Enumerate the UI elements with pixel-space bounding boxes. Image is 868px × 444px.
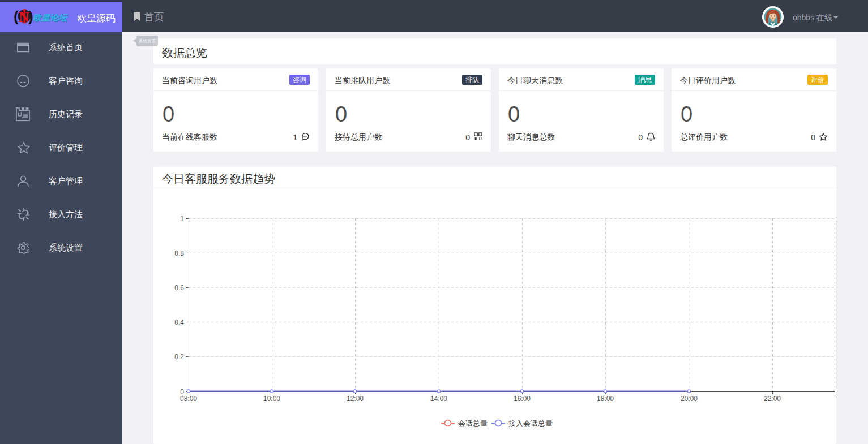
svg-text:0.6: 0.6 bbox=[174, 284, 184, 292]
svg-text:22:00: 22:00 bbox=[764, 395, 781, 403]
svg-text:会话总量: 会话总量 bbox=[458, 419, 488, 428]
svg-text:16:00: 16:00 bbox=[514, 395, 531, 403]
svg-text:0.2: 0.2 bbox=[174, 353, 184, 361]
svg-text:20:00: 20:00 bbox=[681, 395, 698, 403]
svg-text:10:00: 10:00 bbox=[263, 395, 280, 403]
svg-text:08:00: 08:00 bbox=[180, 395, 197, 403]
svg-text:12:00: 12:00 bbox=[347, 395, 364, 403]
svg-text:0.4: 0.4 bbox=[174, 318, 184, 326]
svg-text:18:00: 18:00 bbox=[597, 395, 614, 403]
svg-text:0.8: 0.8 bbox=[174, 249, 184, 257]
svg-text:14:00: 14:00 bbox=[430, 395, 447, 403]
svg-text:接入会话总量: 接入会话总量 bbox=[508, 419, 553, 428]
svg-text:1: 1 bbox=[180, 215, 184, 223]
